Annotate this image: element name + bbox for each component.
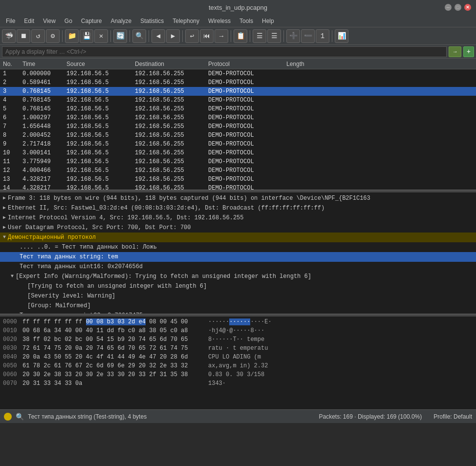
expand-icon: ▶ bbox=[3, 204, 6, 212]
table-row[interactable]: 2 0.589461 192.168.56.5 192.168.56.255 D… bbox=[0, 78, 476, 87]
list-item[interactable]: ▶ Ethernet II, Src: Fastwel_03:2d:e4 (00… bbox=[0, 203, 476, 213]
menu-capture[interactable]: Capture bbox=[77, 17, 106, 25]
header-destination: Destination bbox=[132, 61, 205, 67]
menu-go[interactable]: Go bbox=[61, 17, 76, 25]
list-item[interactable]: ▼ [Expert Info (Warning/Malformed): Tryi… bbox=[0, 272, 476, 281]
list-item: 0010 00 68 6a 34 40 00 40 11 dd fb c0 a8… bbox=[0, 326, 476, 335]
cell-source: 192.168.56.5 bbox=[64, 167, 132, 174]
menu-tools[interactable]: Tools bbox=[236, 17, 257, 25]
table-row[interactable]: 6 1.000297 192.168.56.5 192.168.56.255 D… bbox=[0, 113, 476, 122]
list-item: Тест типа данных uint16: 0x2074656d bbox=[0, 262, 476, 272]
table-row[interactable]: 12 4.000466 192.168.56.5 192.168.56.255 … bbox=[0, 166, 476, 175]
list-item[interactable]: ▼ Демонстрационный протокол bbox=[0, 233, 476, 242]
tb-reload-button[interactable]: 🔄 bbox=[113, 29, 127, 43]
filter-apply-button[interactable]: → bbox=[449, 46, 461, 57]
detail-rows: ▶ Frame 3: 118 bytes on wire (944 bits),… bbox=[0, 193, 476, 315]
list-item[interactable]: ▶ Internet Protocol Version 4, Src: 192.… bbox=[0, 213, 476, 223]
menu-help[interactable]: Help bbox=[258, 17, 278, 25]
detail-text: .... ..0. = Тест типа данных bool: Ложь bbox=[20, 243, 157, 252]
toolbar-separator-2 bbox=[110, 30, 111, 42]
detail-text: [Trying to fetch an unsigned integer wit… bbox=[27, 282, 207, 291]
tb-restart-button[interactable]: ↺ bbox=[31, 29, 45, 43]
tb-next-button[interactable]: ▶ bbox=[166, 29, 180, 43]
maximize-button[interactable]: □ bbox=[454, 4, 461, 11]
list-item[interactable]: ▶ User Datagram Protocol, Src Port: 700,… bbox=[0, 223, 476, 233]
tb-save-button[interactable]: 💾 bbox=[80, 29, 93, 43]
menu-statistics[interactable]: Statistics bbox=[136, 17, 168, 25]
table-row[interactable]: 1 0.000000 192.168.56.5 192.168.56.255 D… bbox=[0, 69, 476, 78]
hex-offset: 0000 bbox=[3, 318, 22, 325]
menu-edit[interactable]: Edit bbox=[20, 17, 38, 25]
list-item[interactable]: ▶ Frame 3: 118 bytes on wire (944 bits),… bbox=[0, 193, 476, 203]
tb-zoom-reset-button[interactable]: 1 bbox=[316, 29, 329, 43]
list-item: 0000 ff ff ff ff ff ff 00 08 b3 03 2d e4… bbox=[0, 318, 476, 326]
table-row[interactable]: 8 2.000452 192.168.56.5 192.168.56.255 D… bbox=[0, 131, 476, 140]
tb-zoom-out-button[interactable]: ➖ bbox=[301, 29, 315, 43]
packet-details[interactable]: ▶ Frame 3: 118 bytes on wire (944 bits),… bbox=[0, 192, 476, 315]
detail-text: Демонстрационный протокол bbox=[8, 233, 96, 242]
cell-destination: 192.168.56.255 bbox=[132, 149, 205, 156]
list-item: 0020 38 ff 02 bc 02 bc 00 54 15 b9 20 74… bbox=[0, 335, 476, 344]
menu-bar: File Edit View Go Capture Analyze Statis… bbox=[0, 15, 476, 27]
filter-add-button[interactable]: + bbox=[463, 46, 474, 57]
hex-bytes: 20 31 33 34 33 0a bbox=[22, 380, 208, 387]
menu-analyze[interactable]: Analyze bbox=[107, 17, 136, 25]
hex-dump[interactable]: 0000 ff ff ff ff ff ff 00 08 b3 03 2d e4… bbox=[0, 317, 476, 409]
toolbar-separator-5 bbox=[182, 30, 183, 42]
cell-source: 192.168.56.5 bbox=[64, 141, 132, 148]
table-row[interactable]: 11 3.775949 192.168.56.5 192.168.56.255 … bbox=[0, 157, 476, 166]
cell-destination: 192.168.56.255 bbox=[132, 97, 205, 104]
tb-shark-icon[interactable]: 🦈 bbox=[2, 29, 16, 43]
cell-destination: 192.168.56.255 bbox=[132, 79, 205, 86]
minimize-button[interactable]: ─ bbox=[445, 4, 452, 11]
table-row[interactable]: 9 2.717418 192.168.56.5 192.168.56.255 D… bbox=[0, 140, 476, 148]
tb-jump-button[interactable]: ↩ bbox=[185, 29, 199, 43]
menu-wireless[interactable]: Wireless bbox=[204, 17, 235, 25]
hex-offset: 0010 bbox=[3, 327, 22, 334]
tb-list-button[interactable]: ☰ bbox=[253, 29, 266, 43]
table-row[interactable]: 3 0.768145 192.168.56.5 192.168.56.255 D… bbox=[0, 87, 476, 96]
cell-protocol: DEMO-PROTOCOL bbox=[205, 123, 283, 130]
table-row[interactable]: 4 0.768145 192.168.56.5 192.168.56.255 D… bbox=[0, 96, 476, 105]
cell-time: 1.000297 bbox=[20, 114, 64, 121]
close-button[interactable]: ✕ bbox=[464, 4, 471, 11]
tb-first-button[interactable]: ⏮ bbox=[200, 29, 214, 43]
table-row[interactable]: 5 0.768145 192.168.56.5 192.168.56.255 D… bbox=[0, 105, 476, 113]
cell-time: 0.768145 bbox=[20, 106, 64, 112]
menu-telephony[interactable]: Telephony bbox=[169, 17, 203, 25]
tb-notes-button[interactable]: 📋 bbox=[234, 29, 247, 43]
header-protocol: Protocol bbox=[205, 61, 283, 67]
cell-source: 192.168.56.5 bbox=[64, 97, 132, 104]
cell-source: 192.168.56.5 bbox=[64, 114, 132, 121]
tb-find-button[interactable]: 🔍 bbox=[132, 29, 146, 43]
cell-source: 192.168.56.5 bbox=[64, 106, 132, 112]
packet-rows: 1 0.000000 192.168.56.5 192.168.56.255 D… bbox=[0, 69, 476, 191]
tb-stop-button[interactable]: ⏹ bbox=[17, 29, 30, 43]
header-no: No. bbox=[0, 61, 20, 67]
tb-options-button[interactable]: ⚙ bbox=[46, 29, 60, 43]
hex-offset: 0070 bbox=[3, 380, 22, 387]
cell-no: 8 bbox=[0, 132, 20, 139]
detail-text: Ethernet II, Src: Fastwel_03:2d:e4 (00:0… bbox=[8, 204, 325, 212]
tb-forward-button[interactable]: → bbox=[215, 29, 228, 43]
tb-close-button[interactable]: ✕ bbox=[94, 29, 108, 43]
tb-columns-button[interactable]: 📊 bbox=[335, 29, 348, 43]
list-item: 0070 20 31 33 34 33 0a 1343· bbox=[0, 379, 476, 388]
list-item: 0050 61 78 2c 61 76 67 2c 6d 69 6e 29 20… bbox=[0, 361, 476, 370]
menu-file[interactable]: File bbox=[2, 17, 19, 25]
tb-list2-button[interactable]: ☰ bbox=[267, 29, 281, 43]
filter-input[interactable] bbox=[2, 46, 447, 57]
table-row[interactable]: 14 4.328217 192.168.56.5 192.168.56.255 … bbox=[0, 184, 476, 191]
packet-list[interactable]: No. Time Source Destination Protocol Len… bbox=[0, 59, 476, 191]
table-row[interactable]: 10 3.000141 192.168.56.5 192.168.56.255 … bbox=[0, 148, 476, 157]
tb-zoom-in-button[interactable]: ➕ bbox=[286, 29, 300, 43]
table-row[interactable]: 7 1.656448 192.168.56.5 192.168.56.255 D… bbox=[0, 122, 476, 131]
header-length: Length bbox=[283, 61, 323, 67]
menu-view[interactable]: View bbox=[39, 17, 60, 25]
tb-prev-button[interactable]: ◀ bbox=[151, 29, 165, 43]
status-icon-2: 🔍 bbox=[16, 413, 24, 421]
table-row[interactable]: 13 4.328217 192.168.56.5 192.168.56.255 … bbox=[0, 175, 476, 184]
detail-text: Frame 3: 118 bytes on wire (944 bits), 1… bbox=[8, 194, 370, 203]
cell-no: 11 bbox=[0, 158, 20, 165]
tb-open-button[interactable]: 📁 bbox=[65, 29, 79, 43]
